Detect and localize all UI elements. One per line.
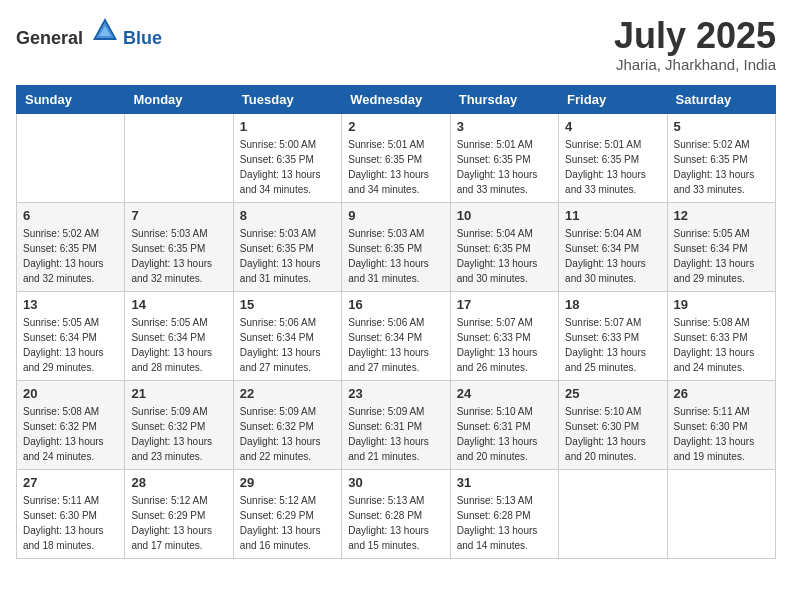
calendar-cell: 23Sunrise: 5:09 AM Sunset: 6:31 PM Dayli…: [342, 380, 450, 469]
calendar-cell: [125, 113, 233, 202]
day-number: 17: [457, 297, 552, 312]
day-number: 18: [565, 297, 660, 312]
calendar-cell: 17Sunrise: 5:07 AM Sunset: 6:33 PM Dayli…: [450, 291, 558, 380]
day-info: Sunrise: 5:09 AM Sunset: 6:32 PM Dayligh…: [240, 404, 335, 464]
calendar-cell: 9Sunrise: 5:03 AM Sunset: 6:35 PM Daylig…: [342, 202, 450, 291]
day-number: 28: [131, 475, 226, 490]
weekday-header-thursday: Thursday: [450, 85, 558, 113]
week-row-4: 20Sunrise: 5:08 AM Sunset: 6:32 PM Dayli…: [17, 380, 776, 469]
day-info: Sunrise: 5:05 AM Sunset: 6:34 PM Dayligh…: [131, 315, 226, 375]
calendar-cell: 15Sunrise: 5:06 AM Sunset: 6:34 PM Dayli…: [233, 291, 341, 380]
day-number: 16: [348, 297, 443, 312]
calendar-cell: 27Sunrise: 5:11 AM Sunset: 6:30 PM Dayli…: [17, 469, 125, 558]
weekday-header-row: SundayMondayTuesdayWednesdayThursdayFrid…: [17, 85, 776, 113]
day-info: Sunrise: 5:06 AM Sunset: 6:34 PM Dayligh…: [240, 315, 335, 375]
day-number: 5: [674, 119, 769, 134]
calendar-cell: 16Sunrise: 5:06 AM Sunset: 6:34 PM Dayli…: [342, 291, 450, 380]
day-number: 22: [240, 386, 335, 401]
day-info: Sunrise: 5:10 AM Sunset: 6:31 PM Dayligh…: [457, 404, 552, 464]
day-info: Sunrise: 5:05 AM Sunset: 6:34 PM Dayligh…: [674, 226, 769, 286]
day-number: 23: [348, 386, 443, 401]
calendar-cell: 18Sunrise: 5:07 AM Sunset: 6:33 PM Dayli…: [559, 291, 667, 380]
day-number: 27: [23, 475, 118, 490]
calendar-cell: 3Sunrise: 5:01 AM Sunset: 6:35 PM Daylig…: [450, 113, 558, 202]
weekday-header-wednesday: Wednesday: [342, 85, 450, 113]
logo-general: General: [16, 28, 83, 48]
calendar-cell: 10Sunrise: 5:04 AM Sunset: 6:35 PM Dayli…: [450, 202, 558, 291]
day-info: Sunrise: 5:07 AM Sunset: 6:33 PM Dayligh…: [565, 315, 660, 375]
day-info: Sunrise: 5:09 AM Sunset: 6:31 PM Dayligh…: [348, 404, 443, 464]
calendar-cell: 7Sunrise: 5:03 AM Sunset: 6:35 PM Daylig…: [125, 202, 233, 291]
logo-icon: [91, 16, 119, 44]
day-info: Sunrise: 5:06 AM Sunset: 6:34 PM Dayligh…: [348, 315, 443, 375]
calendar-cell: [17, 113, 125, 202]
day-info: Sunrise: 5:02 AM Sunset: 6:35 PM Dayligh…: [23, 226, 118, 286]
day-number: 19: [674, 297, 769, 312]
calendar-cell: 29Sunrise: 5:12 AM Sunset: 6:29 PM Dayli…: [233, 469, 341, 558]
day-info: Sunrise: 5:12 AM Sunset: 6:29 PM Dayligh…: [131, 493, 226, 553]
day-number: 10: [457, 208, 552, 223]
day-number: 3: [457, 119, 552, 134]
calendar-cell: [559, 469, 667, 558]
day-number: 29: [240, 475, 335, 490]
calendar-cell: 30Sunrise: 5:13 AM Sunset: 6:28 PM Dayli…: [342, 469, 450, 558]
day-info: Sunrise: 5:05 AM Sunset: 6:34 PM Dayligh…: [23, 315, 118, 375]
day-info: Sunrise: 5:01 AM Sunset: 6:35 PM Dayligh…: [565, 137, 660, 197]
weekday-header-sunday: Sunday: [17, 85, 125, 113]
day-info: Sunrise: 5:03 AM Sunset: 6:35 PM Dayligh…: [131, 226, 226, 286]
day-info: Sunrise: 5:04 AM Sunset: 6:35 PM Dayligh…: [457, 226, 552, 286]
month-title: July 2025: [614, 16, 776, 56]
week-row-3: 13Sunrise: 5:05 AM Sunset: 6:34 PM Dayli…: [17, 291, 776, 380]
day-number: 25: [565, 386, 660, 401]
calendar-cell: 25Sunrise: 5:10 AM Sunset: 6:30 PM Dayli…: [559, 380, 667, 469]
day-number: 15: [240, 297, 335, 312]
week-row-5: 27Sunrise: 5:11 AM Sunset: 6:30 PM Dayli…: [17, 469, 776, 558]
week-row-2: 6Sunrise: 5:02 AM Sunset: 6:35 PM Daylig…: [17, 202, 776, 291]
day-number: 24: [457, 386, 552, 401]
logo-text: General Blue: [16, 16, 162, 49]
weekday-header-saturday: Saturday: [667, 85, 775, 113]
calendar-cell: 22Sunrise: 5:09 AM Sunset: 6:32 PM Dayli…: [233, 380, 341, 469]
calendar-cell: 5Sunrise: 5:02 AM Sunset: 6:35 PM Daylig…: [667, 113, 775, 202]
calendar-cell: 6Sunrise: 5:02 AM Sunset: 6:35 PM Daylig…: [17, 202, 125, 291]
day-number: 21: [131, 386, 226, 401]
day-number: 1: [240, 119, 335, 134]
calendar-cell: 8Sunrise: 5:03 AM Sunset: 6:35 PM Daylig…: [233, 202, 341, 291]
calendar-cell: 21Sunrise: 5:09 AM Sunset: 6:32 PM Dayli…: [125, 380, 233, 469]
page-header: General Blue July 2025 Jharia, Jharkhand…: [16, 16, 776, 73]
calendar-cell: [667, 469, 775, 558]
calendar-cell: 11Sunrise: 5:04 AM Sunset: 6:34 PM Dayli…: [559, 202, 667, 291]
day-number: 13: [23, 297, 118, 312]
calendar-cell: 14Sunrise: 5:05 AM Sunset: 6:34 PM Dayli…: [125, 291, 233, 380]
day-info: Sunrise: 5:03 AM Sunset: 6:35 PM Dayligh…: [240, 226, 335, 286]
location-title: Jharia, Jharkhand, India: [614, 56, 776, 73]
day-info: Sunrise: 5:07 AM Sunset: 6:33 PM Dayligh…: [457, 315, 552, 375]
calendar-cell: 13Sunrise: 5:05 AM Sunset: 6:34 PM Dayli…: [17, 291, 125, 380]
day-number: 12: [674, 208, 769, 223]
day-number: 2: [348, 119, 443, 134]
day-number: 6: [23, 208, 118, 223]
logo: General Blue: [16, 16, 162, 49]
day-info: Sunrise: 5:08 AM Sunset: 6:32 PM Dayligh…: [23, 404, 118, 464]
calendar-cell: 24Sunrise: 5:10 AM Sunset: 6:31 PM Dayli…: [450, 380, 558, 469]
logo-blue: Blue: [123, 28, 162, 48]
day-number: 30: [348, 475, 443, 490]
calendar-cell: 28Sunrise: 5:12 AM Sunset: 6:29 PM Dayli…: [125, 469, 233, 558]
day-info: Sunrise: 5:01 AM Sunset: 6:35 PM Dayligh…: [457, 137, 552, 197]
title-block: July 2025 Jharia, Jharkhand, India: [614, 16, 776, 73]
day-info: Sunrise: 5:13 AM Sunset: 6:28 PM Dayligh…: [348, 493, 443, 553]
day-number: 26: [674, 386, 769, 401]
day-number: 14: [131, 297, 226, 312]
weekday-header-friday: Friday: [559, 85, 667, 113]
week-row-1: 1Sunrise: 5:00 AM Sunset: 6:35 PM Daylig…: [17, 113, 776, 202]
day-number: 9: [348, 208, 443, 223]
day-number: 20: [23, 386, 118, 401]
day-info: Sunrise: 5:11 AM Sunset: 6:30 PM Dayligh…: [674, 404, 769, 464]
calendar-cell: 2Sunrise: 5:01 AM Sunset: 6:35 PM Daylig…: [342, 113, 450, 202]
day-info: Sunrise: 5:11 AM Sunset: 6:30 PM Dayligh…: [23, 493, 118, 553]
day-info: Sunrise: 5:04 AM Sunset: 6:34 PM Dayligh…: [565, 226, 660, 286]
calendar-cell: 31Sunrise: 5:13 AM Sunset: 6:28 PM Dayli…: [450, 469, 558, 558]
calendar-cell: 4Sunrise: 5:01 AM Sunset: 6:35 PM Daylig…: [559, 113, 667, 202]
day-number: 31: [457, 475, 552, 490]
day-info: Sunrise: 5:03 AM Sunset: 6:35 PM Dayligh…: [348, 226, 443, 286]
